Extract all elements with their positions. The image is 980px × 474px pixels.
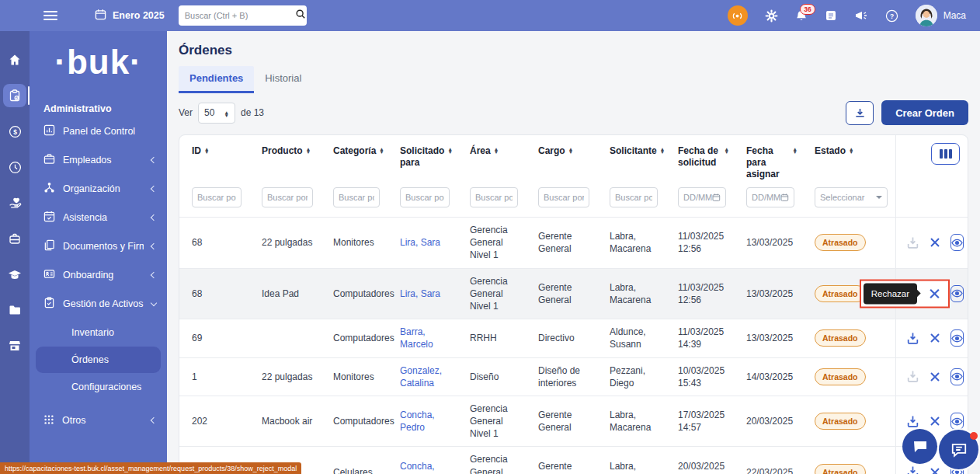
cell-cargo: Gerente General bbox=[526, 269, 597, 319]
assign-button[interactable] bbox=[906, 415, 919, 428]
cell-producto: 22 pulgadas bbox=[249, 218, 321, 268]
cell-fecha-solicitud: 17/03/202514:57 bbox=[665, 396, 734, 447]
view-button[interactable] bbox=[950, 329, 964, 347]
sort-icon[interactable]: ▲▼ bbox=[849, 148, 853, 154]
sidebar-item-empleados[interactable]: Empleados bbox=[30, 146, 167, 175]
filter-solicitado-input[interactable] bbox=[400, 187, 450, 207]
filter-estado-select[interactable]: Seleccionar bbox=[815, 187, 888, 207]
view-button[interactable] bbox=[950, 368, 964, 385]
rail-lunchbox-icon[interactable] bbox=[3, 227, 26, 250]
filter-area-input[interactable] bbox=[470, 187, 518, 207]
filter-solicitante-input[interactable] bbox=[610, 187, 658, 207]
table-controls: Ver 50 ▲▼ de 13 Crear Orden bbox=[179, 100, 968, 125]
filter-categoria-input[interactable] bbox=[333, 187, 380, 207]
sidebar-item-documentos-y-firma[interactable]: Documentos y Firma bbox=[30, 232, 167, 261]
sort-icon[interactable]: ▲▼ bbox=[204, 148, 209, 154]
rail-time-clock-icon[interactable] bbox=[3, 155, 26, 179]
sidebar-item-organizacion[interactable]: Organización bbox=[30, 175, 167, 204]
download-button[interactable] bbox=[846, 101, 874, 125]
view-button[interactable] bbox=[950, 285, 964, 302]
table-row[interactable]: 69 Computadores Barra, Marcelo RRHH Dire… bbox=[179, 319, 968, 357]
assign-button[interactable] bbox=[906, 370, 919, 383]
sort-icon[interactable]: ▲▼ bbox=[448, 148, 453, 154]
filter-producto-input[interactable] bbox=[262, 187, 313, 207]
assign-button[interactable] bbox=[906, 332, 919, 345]
status-badge: Atrasado bbox=[815, 234, 866, 251]
table-header: ID▲▼ Producto▲▼ Categoría▲▼ Solicitado p… bbox=[179, 135, 968, 183]
notifications-bell-icon[interactable]: 36 bbox=[795, 9, 808, 23]
filter-fecha-solicitud-datepicker[interactable]: DD/MM bbox=[678, 187, 726, 207]
table-row[interactable]: 68 22 pulgadas Monitores Lira, Sara Gere… bbox=[179, 217, 968, 268]
cell-solicitado-para-link[interactable]: Concha, Pedro bbox=[387, 447, 457, 474]
menu-toggle-icon[interactable] bbox=[43, 11, 57, 20]
sidebar-item-asistencia[interactable]: Asistencia bbox=[30, 204, 167, 232]
sort-icon[interactable]: ▲▼ bbox=[494, 148, 499, 154]
rail-training-graduation-icon[interactable] bbox=[3, 263, 26, 286]
period-selector[interactable]: Enero 2025 bbox=[95, 9, 165, 23]
reject-button[interactable] bbox=[924, 288, 945, 299]
view-button[interactable] bbox=[950, 234, 964, 251]
sidebar-subitem-inventario[interactable]: Inventario bbox=[36, 319, 161, 346]
sidebar-item-gestion-de-activos[interactable]: Gestión de Activos bbox=[30, 290, 167, 319]
column-settings-button[interactable] bbox=[931, 143, 960, 165]
settings-gear-icon[interactable] bbox=[765, 9, 778, 23]
reject-button[interactable] bbox=[930, 237, 940, 248]
sidebar-item-onboarding[interactable]: Onboarding bbox=[30, 261, 167, 290]
help-icon[interactable]: ? bbox=[885, 9, 898, 23]
create-order-button[interactable]: Crear Orden bbox=[881, 100, 968, 125]
table-row[interactable]: 1 22 pulgadas Monitores Gonzalez, Catali… bbox=[179, 357, 968, 396]
rail-payroll-dollar-icon[interactable]: $ bbox=[3, 120, 26, 143]
chevron-left-icon bbox=[151, 272, 157, 278]
cell-solicitado-para-link[interactable]: Lira, Sara bbox=[387, 218, 457, 268]
sidebar-item-panel-de-control[interactable]: Panel de Control bbox=[30, 117, 167, 146]
cell-solicitado-para-link[interactable]: Barra, Marcelo bbox=[387, 319, 457, 357]
sort-icon[interactable]: ▲▼ bbox=[379, 148, 384, 154]
reject-button[interactable] bbox=[930, 333, 940, 343]
chat-notification-dot bbox=[970, 432, 978, 440]
chat-bubble-button[interactable] bbox=[902, 429, 937, 464]
filter-cargo-input[interactable] bbox=[538, 187, 589, 207]
reject-button[interactable] bbox=[930, 416, 940, 427]
cell-solicitado-para-link[interactable]: Gonzalez, Catalina bbox=[387, 358, 457, 396]
tab-pendientes[interactable]: Pendientes bbox=[179, 66, 254, 93]
rail-folder-icon[interactable] bbox=[3, 298, 26, 322]
sidebar-subitem-configuraciones[interactable]: Configuraciones bbox=[36, 374, 161, 400]
cell-producto bbox=[249, 319, 321, 357]
sort-icon[interactable]: ▲▼ bbox=[306, 148, 311, 154]
sort-icon[interactable]: ▲▼ bbox=[660, 148, 665, 154]
rail-marketplace-store-icon[interactable] bbox=[3, 334, 26, 357]
table-row[interactable]: 202 Macbook air Computadores Concha, Ped… bbox=[179, 396, 968, 447]
assign-button[interactable] bbox=[906, 236, 919, 249]
reject-highlight-box: Rechazar bbox=[860, 279, 950, 308]
assign-button[interactable] bbox=[906, 465, 919, 474]
sort-icon[interactable]: ▲▼ bbox=[793, 148, 798, 154]
reject-button[interactable] bbox=[930, 467, 940, 474]
sidebar-subitem-ordenes[interactable]: Órdenes bbox=[36, 347, 161, 373]
sidebar-item-otros[interactable]: Otros bbox=[30, 406, 167, 435]
support-chat-button[interactable] bbox=[939, 430, 978, 469]
sort-icon[interactable]: ▲▼ bbox=[568, 148, 573, 154]
sort-icon[interactable]: ▲▼ bbox=[725, 148, 729, 154]
page-size-select[interactable]: 50 ▲▼ bbox=[198, 103, 235, 124]
calendar-icon bbox=[95, 9, 106, 23]
table-row[interactable]: 68 Idea Pad Computadores Lira, Sara Gere… bbox=[179, 268, 968, 319]
reject-button[interactable] bbox=[930, 371, 940, 382]
updown-icon: ▲▼ bbox=[224, 111, 229, 117]
search-input[interactable] bbox=[185, 11, 295, 20]
record-icon[interactable] bbox=[728, 5, 748, 26]
filter-fecha-asignar-datepicker[interactable]: DD/MM bbox=[746, 187, 794, 207]
notes-icon[interactable] bbox=[825, 9, 837, 22]
view-button[interactable] bbox=[950, 413, 964, 430]
rail-assets-clipboard-icon[interactable] bbox=[3, 84, 26, 107]
filter-id-input[interactable] bbox=[192, 187, 242, 207]
search-icon[interactable] bbox=[295, 9, 306, 23]
cell-solicitado-para-link[interactable]: Lira, Sara bbox=[387, 269, 457, 319]
announcements-megaphone-icon[interactable] bbox=[854, 9, 868, 22]
cell-solicitado-para-link[interactable]: Concha, Pedro bbox=[387, 396, 457, 447]
user-menu[interactable]: Maca bbox=[916, 5, 966, 26]
rail-benefits-hand-heart-icon[interactable] bbox=[3, 191, 26, 214]
tab-historial[interactable]: Historial bbox=[254, 66, 312, 93]
cell-cargo: Gerente General bbox=[526, 218, 597, 268]
rail-home-icon[interactable] bbox=[3, 48, 26, 71]
cell-estado: Atrasado bbox=[802, 396, 895, 447]
